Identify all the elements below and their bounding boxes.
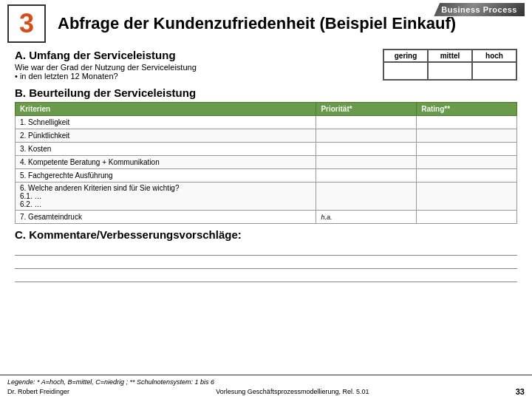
cell-rating-5 xyxy=(417,183,517,211)
cell-label-2: 3. Kosten xyxy=(16,143,316,156)
section-b: B. Beurteilung der Serviceleistung Krite… xyxy=(15,86,517,224)
page-number: 3 xyxy=(19,8,34,39)
comment-line-1 xyxy=(15,244,517,256)
col-header-rating: Rating** xyxy=(417,103,517,116)
footer-course: Vorlesung Geschäftsprozessmodellierung, … xyxy=(216,388,369,395)
cell-label-6: 7. Gesamteindruck xyxy=(16,211,316,224)
table-row: 2. Pünktlichkeit xyxy=(16,129,517,143)
cell-prioritaet-1 xyxy=(316,129,417,143)
cell-label-0: 1. Schnelligkeit xyxy=(16,116,316,129)
main-content: A. Umfang der Serviceleistung Wie war de… xyxy=(0,46,532,287)
table-row: 5. Fachgerechte Ausführung xyxy=(16,169,517,183)
col-header-prioritaet: Priorität* xyxy=(316,103,417,116)
rating-grid-container: gering mittel hoch xyxy=(383,49,517,81)
cell-rating-2 xyxy=(417,143,517,156)
cell-label-3: 4. Kompetente Beratung + Kommunikation xyxy=(16,156,316,169)
table-row: 7. Gesamteindruckh.a. xyxy=(16,211,517,224)
section-a-title: A. Umfang der Serviceleistung xyxy=(15,49,383,61)
table-row: 3. Kosten xyxy=(16,143,517,156)
section-a-text: A. Umfang der Serviceleistung Wie war de… xyxy=(15,49,383,81)
comment-line-2 xyxy=(15,257,517,269)
business-process-badge: Business Process xyxy=(434,3,525,16)
cell-rating-3 xyxy=(417,156,517,169)
section-a: A. Umfang der Serviceleistung Wie war de… xyxy=(15,49,517,81)
section-b-title: B. Beurteilung der Serviceleistung xyxy=(15,86,517,99)
comment-lines xyxy=(15,244,517,282)
footer-page: 33 xyxy=(516,387,525,396)
rating-header-hoch: hoch xyxy=(472,50,516,62)
cell-prioritaet-0 xyxy=(316,116,417,129)
table-row: 1. Schnelligkeit xyxy=(16,116,517,129)
cell-prioritaet-2 xyxy=(316,143,417,156)
col-header-kriterien: Kriterien xyxy=(16,103,316,116)
page-number-box: 3 xyxy=(7,4,46,43)
rating-header-mittel: mittel xyxy=(428,50,472,62)
cell-rating-6 xyxy=(417,211,517,224)
rating-cell-2 xyxy=(428,62,472,80)
footer-bottom: Dr. Robert Freidinger Vorlesung Geschäft… xyxy=(7,387,525,396)
cell-rating-1 xyxy=(417,129,517,143)
criteria-table: Kriterien Priorität* Rating** 1. Schnell… xyxy=(15,102,517,224)
section-c-title: C. Kommentare/Verbesserungsvorschläge: xyxy=(15,228,517,241)
page-header: 3 Abfrage der Kundenzufriedenheit (Beisp… xyxy=(0,0,532,46)
rating-cell-3 xyxy=(472,62,516,80)
comment-line-3 xyxy=(15,270,517,282)
section-c: C. Kommentare/Verbesserungsvorschläge: xyxy=(15,228,517,282)
cell-label-4: 5. Fachgerechte Ausführung xyxy=(16,169,316,183)
page-title: Abfrage der Kundenzufriedenheit (Beispie… xyxy=(58,14,456,33)
cell-prioritaet-4 xyxy=(316,169,417,183)
footer-legend: Legende: * A=hoch, B=mittel, C=niedrig ;… xyxy=(7,378,525,386)
cell-prioritaet-5 xyxy=(316,183,417,211)
cell-prioritaet-3 xyxy=(316,156,417,169)
cell-rating-0 xyxy=(417,116,517,129)
cell-rating-4 xyxy=(417,169,517,183)
cell-label-1: 2. Pünktlichkeit xyxy=(16,129,316,143)
rating-cell-1 xyxy=(383,62,428,80)
table-header-row: Kriterien Priorität* Rating** xyxy=(16,103,517,116)
table-row: 4. Kompetente Beratung + Kommunikation xyxy=(16,156,517,169)
rating-header-gering: gering xyxy=(383,50,428,62)
rating-grid: gering mittel hoch xyxy=(383,49,517,81)
section-a-subtitle: Wie war der Grad der Nutzung der Service… xyxy=(15,63,383,81)
table-row: 6. Welche anderen Kriterien sind für Sie… xyxy=(16,183,517,211)
cell-prioritaet-6: h.a. xyxy=(316,211,417,224)
footer: Legende: * A=hoch, B=mittel, C=niedrig ;… xyxy=(0,375,532,399)
cell-label-5: 6. Welche anderen Kriterien sind für Sie… xyxy=(16,183,316,211)
footer-author: Dr. Robert Freidinger xyxy=(7,388,69,395)
